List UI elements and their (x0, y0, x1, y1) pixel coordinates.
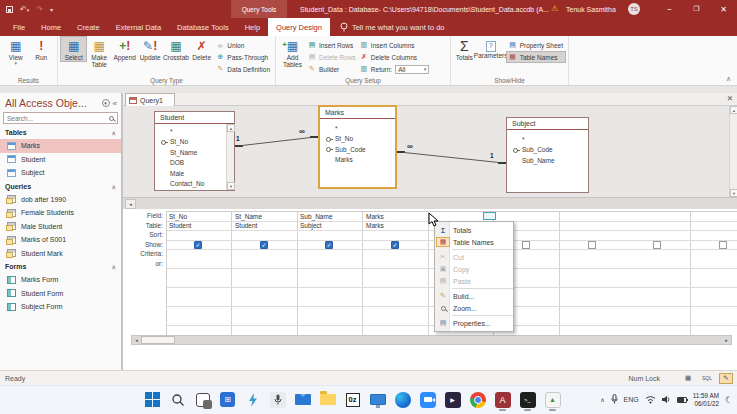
nav-search-box[interactable] (3, 112, 118, 124)
tab-help[interactable]: Help (237, 18, 268, 36)
nav-pane-header[interactable]: All Access Obje... ▾ « (0, 93, 121, 110)
scrollbar-thumb[interactable] (141, 336, 175, 344)
design-view-button[interactable]: ✎ (719, 373, 733, 384)
table-card-title[interactable]: Student (155, 112, 234, 124)
undo-icon[interactable]: ↶▾ (20, 5, 29, 14)
pass-through-button[interactable]: ⊕ Pass-Through (214, 52, 272, 62)
tab-query-design[interactable]: Query Design (268, 18, 330, 36)
parameters-button[interactable]: ? Parameters (475, 37, 507, 59)
make-table-button[interactable]: ▦ Make Table (86, 37, 111, 69)
delete-query-button[interactable]: ✗ Delete (189, 37, 214, 61)
data-definition-button[interactable]: ✎ Data Definition (214, 64, 272, 74)
table-cell[interactable]: Student (169, 222, 191, 229)
tab-database-tools[interactable]: Database Tools (169, 18, 237, 36)
mail-icon[interactable] (292, 389, 313, 410)
crosstab-button[interactable]: ▦ Crosstab (163, 37, 189, 61)
active-field-cell-dropdown[interactable] (483, 212, 496, 220)
search-input[interactable] (7, 115, 109, 122)
customize-qat-icon[interactable]: ▾ (50, 6, 53, 13)
zip-app-icon[interactable]: 0z (342, 389, 363, 410)
menu-item-build[interactable]: ✎ Build... (435, 290, 513, 302)
nav-item-query-marks-s001[interactable]: Marks of S001 (0, 233, 121, 247)
language-indicator[interactable]: ENG (624, 396, 639, 403)
grid-horizontal-scrollbar[interactable]: ◂ ▸ (131, 335, 732, 345)
file-explorer-icon[interactable] (317, 389, 338, 410)
nav-item-subject-table[interactable]: Subject (0, 166, 121, 180)
append-button[interactable]: +! Append (112, 37, 137, 61)
collapse-section-icon[interactable]: ∧ (112, 263, 116, 270)
datasheet-view-button[interactable]: ▦ (681, 373, 695, 384)
lightning-app-icon[interactable] (242, 389, 263, 410)
builder-button[interactable]: ✎ Builder (306, 64, 358, 74)
menu-item-properties[interactable]: ▤ Properties... (435, 317, 513, 329)
show-checkbox-unchecked[interactable] (719, 241, 727, 249)
taskbar-search-icon[interactable] (167, 389, 188, 410)
display-app-icon[interactable] (367, 389, 388, 410)
subject-field-list[interactable]: Subject * Sub_Code Sub_Name (506, 117, 589, 193)
tab-external-data[interactable]: External Data (108, 18, 169, 36)
nav-item-student-form[interactable]: Student Form (0, 287, 121, 301)
return-dropdown[interactable]: All ▾ (395, 65, 429, 74)
table-cell[interactable]: Marks (366, 222, 384, 229)
nav-item-query-male[interactable]: Male Student (0, 220, 121, 234)
canvas-scrollbar[interactable]: ▲ ▼ (729, 106, 737, 197)
tab-home[interactable]: Home (33, 18, 69, 36)
save-icon[interactable] (6, 6, 13, 13)
show-checkbox-unchecked[interactable] (522, 241, 530, 249)
card-scrollbar[interactable]: ▲ ▼ (226, 124, 234, 190)
student-field-list[interactable]: Student * St_No St_Name DOB Male Contact… (154, 111, 235, 191)
photos-app-icon[interactable]: ▲ (542, 389, 563, 410)
shutter-close-icon[interactable]: « (113, 99, 117, 108)
run-button[interactable]: ! Run (29, 37, 55, 61)
movies-app-icon[interactable]: ▶ (442, 389, 463, 410)
query1-tab[interactable]: Query1 (125, 93, 175, 106)
table-names-button[interactable]: ▦ Table Names (507, 52, 565, 62)
section-tables[interactable]: Tables∧ (0, 126, 121, 139)
show-checkbox-checked[interactable]: ✓ (325, 241, 333, 249)
tray-mic-icon[interactable] (611, 394, 618, 405)
property-sheet-button[interactable]: ▤ Property Sheet (507, 40, 565, 50)
microsoft-store-icon[interactable]: ⊞ (217, 389, 238, 410)
pane-splitter[interactable]: ◂ (123, 197, 737, 209)
insert-columns-button[interactable]: ▥ Insert Columns (358, 40, 431, 50)
menu-item-zoom[interactable]: Zoom... (435, 302, 513, 314)
table-card-title[interactable]: Subject (507, 118, 588, 130)
tell-me-box[interactable]: Tell me what you want to do (330, 18, 445, 36)
table-cell[interactable]: Student (235, 222, 257, 229)
collapse-section-icon[interactable]: ∧ (112, 183, 116, 190)
show-checkbox-checked[interactable]: ✓ (391, 241, 399, 249)
tab-file[interactable]: File (5, 18, 33, 36)
scroll-down-icon[interactable]: ▼ (730, 189, 737, 197)
nav-item-student-table[interactable]: Student (0, 153, 121, 167)
nav-item-query-dob[interactable]: dob after 1990 (0, 193, 121, 207)
scroll-left-icon[interactable]: ◂ (125, 199, 136, 209)
sql-view-button[interactable]: SQL (700, 373, 714, 384)
terminal-icon[interactable]: >_ (517, 389, 538, 410)
nav-item-subject-form[interactable]: Subject Form (0, 300, 121, 314)
task-view-icon[interactable] (192, 389, 213, 410)
restore-button[interactable]: ❐ (683, 0, 710, 18)
edge-icon[interactable] (392, 389, 413, 410)
view-button[interactable]: ▦ View▾ (3, 37, 29, 67)
menu-item-table-names[interactable]: ▦ Table Names (435, 236, 513, 248)
marks-field-list[interactable]: Marks * St_No Sub_Code Marks (318, 105, 397, 189)
nav-item-query-student-mark[interactable]: Student Mark (0, 247, 121, 261)
scroll-left-icon[interactable]: ◂ (132, 336, 141, 344)
collapse-ribbon-icon[interactable]: ∧ (726, 75, 731, 83)
scroll-up-icon[interactable]: ▲ (227, 124, 235, 132)
field-cell[interactable]: Marks (366, 213, 384, 220)
close-document-icon[interactable]: ✕ (727, 94, 733, 103)
chrome-icon[interactable] (467, 389, 488, 410)
totals-button[interactable]: Σ Totals (454, 37, 475, 61)
scroll-down-icon[interactable]: ▼ (227, 182, 235, 190)
field-cell[interactable]: St_Name (235, 213, 262, 220)
section-queries[interactable]: Queries∧ (0, 180, 121, 193)
scroll-right-icon[interactable]: ▸ (722, 336, 731, 344)
show-checkbox-unchecked[interactable] (588, 241, 596, 249)
update-button[interactable]: ✎! Update (137, 37, 162, 61)
table-cell[interactable]: Subject (300, 222, 322, 229)
tray-chevron-icon[interactable]: ∧ (600, 396, 604, 403)
collapse-section-icon[interactable]: ∧ (112, 129, 116, 136)
search-icon[interactable] (109, 116, 114, 121)
zoom-app-icon[interactable] (417, 389, 438, 410)
